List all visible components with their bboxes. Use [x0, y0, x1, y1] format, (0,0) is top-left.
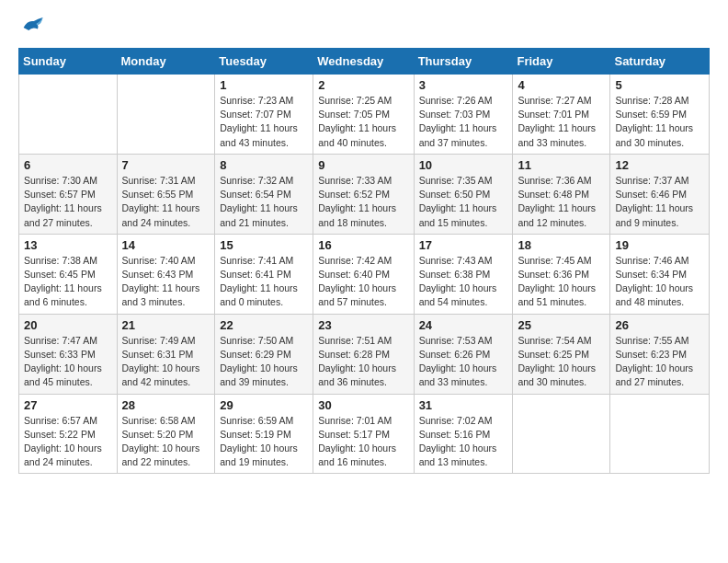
day-info: Sunrise: 7:50 AM Sunset: 6:29 PM Dayligh…: [220, 334, 308, 390]
day-number: 22: [220, 318, 308, 332]
week-row-2: 6Sunrise: 7:30 AM Sunset: 6:57 PM Daylig…: [19, 154, 710, 234]
day-info: Sunrise: 7:53 AM Sunset: 6:26 PM Dayligh…: [419, 334, 508, 390]
day-number: 13: [24, 238, 112, 252]
day-number: 5: [615, 78, 704, 92]
calendar-cell: 3Sunrise: 7:26 AM Sunset: 7:03 PM Daylig…: [414, 75, 513, 155]
day-number: 14: [122, 238, 210, 252]
calendar-cell: [117, 75, 215, 155]
header-day-friday: Friday: [513, 49, 610, 75]
day-number: 24: [419, 318, 508, 332]
calendar-cell: 2Sunrise: 7:25 AM Sunset: 7:05 PM Daylig…: [313, 75, 414, 155]
day-info: Sunrise: 7:36 AM Sunset: 6:48 PM Dayligh…: [518, 174, 605, 230]
day-number: 16: [318, 238, 408, 252]
day-number: 27: [24, 398, 112, 412]
day-number: 4: [518, 78, 605, 92]
calendar-cell: 20Sunrise: 7:47 AM Sunset: 6:33 PM Dayli…: [19, 314, 118, 394]
day-info: Sunrise: 7:55 AM Sunset: 6:23 PM Dayligh…: [615, 334, 704, 390]
calendar-body: 1Sunrise: 7:23 AM Sunset: 7:07 PM Daylig…: [19, 75, 710, 474]
header-day-sunday: Sunday: [19, 49, 118, 75]
calendar-cell: [513, 394, 610, 474]
week-row-1: 1Sunrise: 7:23 AM Sunset: 7:07 PM Daylig…: [19, 75, 710, 155]
calendar-cell: 11Sunrise: 7:36 AM Sunset: 6:48 PM Dayli…: [513, 154, 610, 234]
day-number: 21: [122, 318, 210, 332]
day-info: Sunrise: 7:26 AM Sunset: 7:03 PM Dayligh…: [419, 94, 508, 150]
calendar-cell: 27Sunrise: 6:57 AM Sunset: 5:22 PM Dayli…: [19, 394, 118, 474]
day-info: Sunrise: 7:33 AM Sunset: 6:52 PM Dayligh…: [318, 174, 408, 230]
day-number: 18: [518, 238, 605, 252]
calendar-cell: 23Sunrise: 7:51 AM Sunset: 6:28 PM Dayli…: [313, 314, 414, 394]
day-number: 25: [518, 318, 605, 332]
day-number: 29: [220, 398, 308, 412]
day-info: Sunrise: 7:28 AM Sunset: 6:59 PM Dayligh…: [615, 94, 704, 150]
calendar-cell: 21Sunrise: 7:49 AM Sunset: 6:31 PM Dayli…: [117, 314, 215, 394]
week-row-4: 20Sunrise: 7:47 AM Sunset: 6:33 PM Dayli…: [19, 314, 710, 394]
day-info: Sunrise: 7:02 AM Sunset: 5:16 PM Dayligh…: [419, 414, 508, 470]
header-row: SundayMondayTuesdayWednesdayThursdayFrid…: [19, 49, 710, 75]
calendar-cell: 18Sunrise: 7:45 AM Sunset: 6:36 PM Dayli…: [513, 234, 610, 314]
day-info: Sunrise: 7:42 AM Sunset: 6:40 PM Dayligh…: [318, 254, 408, 310]
day-info: Sunrise: 7:01 AM Sunset: 5:17 PM Dayligh…: [318, 414, 408, 470]
calendar-cell: [19, 75, 118, 155]
header-day-tuesday: Tuesday: [215, 49, 313, 75]
calendar-cell: 6Sunrise: 7:30 AM Sunset: 6:57 PM Daylig…: [19, 154, 118, 234]
week-row-3: 13Sunrise: 7:38 AM Sunset: 6:45 PM Dayli…: [19, 234, 710, 314]
day-number: 8: [220, 158, 308, 172]
day-number: 17: [419, 238, 508, 252]
calendar-cell: 15Sunrise: 7:41 AM Sunset: 6:41 PM Dayli…: [215, 234, 313, 314]
day-number: 28: [122, 398, 210, 412]
header-day-monday: Monday: [117, 49, 215, 75]
header-day-wednesday: Wednesday: [313, 49, 414, 75]
day-info: Sunrise: 7:32 AM Sunset: 6:54 PM Dayligh…: [220, 174, 308, 230]
calendar-cell: 29Sunrise: 6:59 AM Sunset: 5:19 PM Dayli…: [215, 394, 313, 474]
day-info: Sunrise: 7:25 AM Sunset: 7:05 PM Dayligh…: [318, 94, 408, 150]
calendar-cell: 12Sunrise: 7:37 AM Sunset: 6:46 PM Dayli…: [610, 154, 710, 234]
day-number: 10: [419, 158, 508, 172]
day-number: 15: [220, 238, 308, 252]
calendar-table: SundayMondayTuesdayWednesdayThursdayFrid…: [18, 48, 710, 474]
day-info: Sunrise: 7:35 AM Sunset: 6:50 PM Dayligh…: [419, 174, 508, 230]
header-day-thursday: Thursday: [414, 49, 513, 75]
calendar-cell: 9Sunrise: 7:33 AM Sunset: 6:52 PM Daylig…: [313, 154, 414, 234]
day-number: 6: [24, 158, 112, 172]
day-number: 7: [122, 158, 210, 172]
day-info: Sunrise: 7:46 AM Sunset: 6:34 PM Dayligh…: [615, 254, 704, 310]
day-info: Sunrise: 6:58 AM Sunset: 5:20 PM Dayligh…: [122, 414, 210, 470]
day-info: Sunrise: 6:57 AM Sunset: 5:22 PM Dayligh…: [24, 414, 112, 470]
day-info: Sunrise: 7:37 AM Sunset: 6:46 PM Dayligh…: [615, 174, 704, 230]
calendar-cell: 31Sunrise: 7:02 AM Sunset: 5:16 PM Dayli…: [414, 394, 513, 474]
day-number: 31: [419, 398, 508, 412]
calendar-cell: 26Sunrise: 7:55 AM Sunset: 6:23 PM Dayli…: [610, 314, 710, 394]
header-day-saturday: Saturday: [610, 49, 710, 75]
day-info: Sunrise: 7:40 AM Sunset: 6:43 PM Dayligh…: [122, 254, 210, 310]
day-info: Sunrise: 7:27 AM Sunset: 7:01 PM Dayligh…: [518, 94, 605, 150]
day-number: 26: [615, 318, 704, 332]
calendar-cell: 4Sunrise: 7:27 AM Sunset: 7:01 PM Daylig…: [513, 75, 610, 155]
day-number: 1: [220, 78, 308, 92]
day-info: Sunrise: 7:43 AM Sunset: 6:38 PM Dayligh…: [419, 254, 508, 310]
logo-bird-icon: [18, 15, 44, 37]
calendar-cell: 14Sunrise: 7:40 AM Sunset: 6:43 PM Dayli…: [117, 234, 215, 314]
day-info: Sunrise: 7:49 AM Sunset: 6:31 PM Dayligh…: [122, 334, 210, 390]
day-number: 11: [518, 158, 605, 172]
day-info: Sunrise: 7:23 AM Sunset: 7:07 PM Dayligh…: [220, 94, 308, 150]
header: [18, 15, 710, 37]
calendar-cell: 1Sunrise: 7:23 AM Sunset: 7:07 PM Daylig…: [215, 75, 313, 155]
day-info: Sunrise: 7:47 AM Sunset: 6:33 PM Dayligh…: [24, 334, 112, 390]
day-number: 12: [615, 158, 704, 172]
day-number: 9: [318, 158, 408, 172]
calendar-cell: 24Sunrise: 7:53 AM Sunset: 6:26 PM Dayli…: [414, 314, 513, 394]
day-number: 30: [318, 398, 408, 412]
day-info: Sunrise: 7:54 AM Sunset: 6:25 PM Dayligh…: [518, 334, 605, 390]
day-number: 3: [419, 78, 508, 92]
calendar-cell: 19Sunrise: 7:46 AM Sunset: 6:34 PM Dayli…: [610, 234, 710, 314]
day-number: 19: [615, 238, 704, 252]
day-info: Sunrise: 7:45 AM Sunset: 6:36 PM Dayligh…: [518, 254, 605, 310]
calendar-cell: [610, 394, 710, 474]
day-number: 20: [24, 318, 112, 332]
day-number: 23: [318, 318, 408, 332]
calendar-cell: 7Sunrise: 7:31 AM Sunset: 6:55 PM Daylig…: [117, 154, 215, 234]
calendar-cell: 10Sunrise: 7:35 AM Sunset: 6:50 PM Dayli…: [414, 154, 513, 234]
logo: [18, 15, 48, 37]
calendar-cell: 16Sunrise: 7:42 AM Sunset: 6:40 PM Dayli…: [313, 234, 414, 314]
day-info: Sunrise: 7:38 AM Sunset: 6:45 PM Dayligh…: [24, 254, 112, 310]
